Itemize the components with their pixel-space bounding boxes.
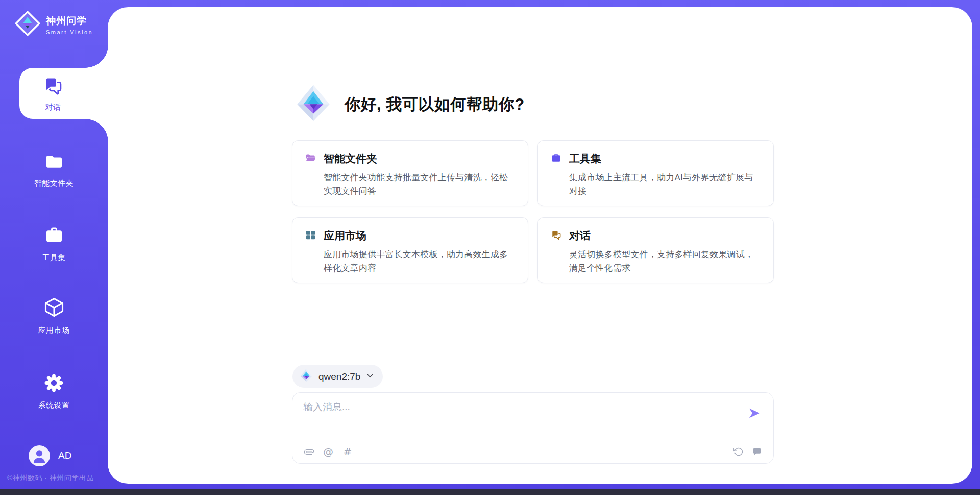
- sidebar-item-label: 应用市场: [38, 326, 70, 335]
- message-input[interactable]: [303, 401, 737, 432]
- card-title: 工具集: [569, 152, 601, 166]
- greeting-block: 你好, 我可以如何帮助你?: [293, 84, 525, 126]
- active-tab-fillet-top: [85, 45, 108, 68]
- chat-bubbles-icon: [42, 75, 64, 98]
- gear-icon: [43, 373, 64, 395]
- card-description: 灵活切换多模型文件，支持多样回复效果调试，满足个性化需求: [569, 247, 761, 275]
- card-description: 集成市场上主流工具，助力AI与外界无缝扩展与对接: [569, 170, 761, 198]
- brand: 神州问学 Smart Vision: [14, 10, 93, 39]
- brand-text: 神州问学 Smart Vision: [46, 14, 93, 35]
- briefcase-icon: [550, 152, 562, 166]
- message-composer: @ #: [292, 392, 774, 464]
- user-profile[interactable]: AD: [29, 445, 71, 466]
- main-panel: 你好, 我可以如何帮助你? 智能文件夹 智能文件夹功能支持批量文件上传与清洗，轻…: [108, 7, 972, 484]
- card-smart-folder[interactable]: 智能文件夹 智能文件夹功能支持批量文件上传与清洗，轻松实现文件问答: [292, 140, 528, 206]
- paperclip-icon[interactable]: [303, 445, 314, 458]
- card-chat[interactable]: 对话 灵活切换多模型文件，支持多样回复效果调试，满足个性化需求: [537, 217, 774, 283]
- card-app-market[interactable]: 应用市场 应用市场提供丰富长文本模板，助力高效生成多样化文章内容: [292, 217, 528, 283]
- cube-icon: [43, 296, 65, 320]
- brand-subtitle: Smart Vision: [46, 29, 93, 35]
- card-description: 应用市场提供丰富长文本模板，助力高效生成多样化文章内容: [324, 247, 516, 275]
- model-selector[interactable]: qwen2:7b: [292, 365, 383, 388]
- sidebar-item-smart-folder[interactable]: 智能文件夹: [0, 151, 108, 188]
- sidebar-item-settings[interactable]: 系统设置: [0, 373, 108, 410]
- hash-icon[interactable]: #: [342, 445, 353, 458]
- folder-open-icon: [305, 152, 316, 166]
- sidebar-item-toolset[interactable]: 工具集: [0, 225, 108, 263]
- chat-bubble-icon[interactable]: [751, 445, 763, 458]
- bottom-strip: [0, 489, 980, 495]
- folder-icon: [44, 151, 64, 174]
- gem-icon: [299, 368, 313, 384]
- card-title: 对话: [569, 229, 591, 243]
- model-name: qwen2:7b: [318, 371, 360, 382]
- brand-name: 神州问学: [46, 14, 93, 28]
- sidebar-item-label: 对话: [45, 103, 61, 112]
- composer-divider: [301, 437, 765, 437]
- card-title: 应用市场: [324, 229, 366, 243]
- at-icon[interactable]: @: [323, 445, 334, 458]
- copyright: ©神州数码 · 神州问学出品: [7, 474, 94, 483]
- history-icon[interactable]: [733, 445, 744, 458]
- active-tab-fillet-bottom: [85, 119, 108, 142]
- user-initials: AD: [58, 450, 71, 461]
- sidebar-item-chat[interactable]: 对话: [19, 68, 108, 119]
- send-button[interactable]: [747, 406, 762, 422]
- chevron-down-icon: [365, 371, 375, 382]
- user-avatar: [29, 445, 50, 466]
- send-icon: [747, 406, 762, 420]
- feature-cards: 智能文件夹 智能文件夹功能支持批量文件上传与清洗，轻松实现文件问答 工具集 集成…: [292, 140, 774, 283]
- greeting-text: 你好, 我可以如何帮助你?: [345, 94, 525, 115]
- sidebar: 神州问学 Smart Vision 对话 智能文件夹: [0, 0, 108, 495]
- gem-logo-icon: [293, 84, 333, 126]
- card-toolset[interactable]: 工具集 集成市场上主流工具，助力AI与外界无缝扩展与对接: [537, 140, 774, 206]
- card-title: 智能文件夹: [324, 152, 377, 166]
- sidebar-item-label: 智能文件夹: [34, 179, 74, 188]
- sidebar-item-label: 系统设置: [38, 401, 70, 410]
- card-description: 智能文件夹功能支持批量文件上传与清洗，轻松实现文件问答: [324, 170, 516, 198]
- composer-toolbar: @ #: [303, 443, 763, 460]
- chat-bubbles-icon: [550, 229, 562, 243]
- brand-logo-icon: [14, 10, 41, 39]
- briefcase-icon: [43, 225, 65, 248]
- sidebar-item-label: 工具集: [42, 253, 66, 263]
- sidebar-item-app-market[interactable]: 应用市场: [0, 296, 108, 335]
- grid-icon: [305, 229, 316, 243]
